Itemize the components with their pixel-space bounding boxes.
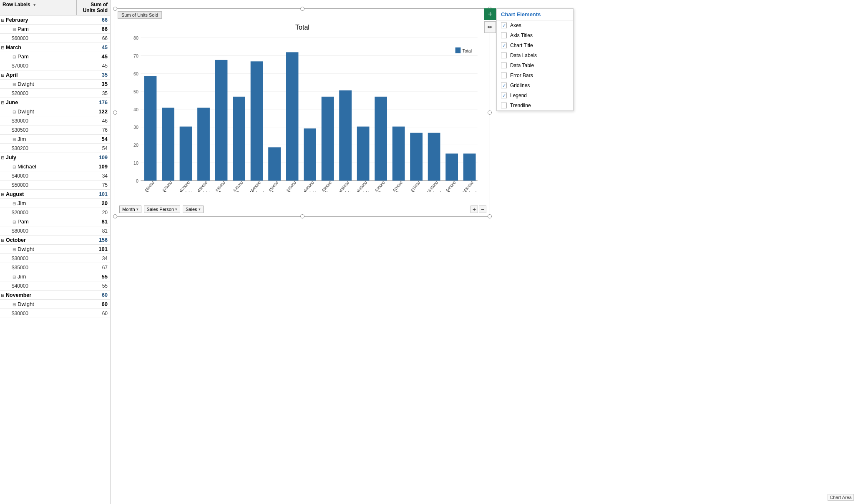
chart-element-label: Chart Title (510, 43, 533, 48)
chart-element-checkbox[interactable] (501, 43, 507, 48)
collapse-icon[interactable]: ⊟ (12, 302, 17, 307)
zoom-plus-btn[interactable]: + (471, 206, 478, 213)
chart-svg-container: 0 10 20 30 40 50 60 70 80 (118, 33, 486, 192)
pivot-row: $30000 60 (0, 309, 110, 318)
collapse-icon[interactable]: ⊟ (0, 45, 5, 50)
chart-element-item[interactable]: Trendline (497, 100, 573, 110)
chart-element-item[interactable]: Data Labels (497, 50, 573, 60)
chart-button-bar[interactable]: Sum of Units Sold (118, 11, 162, 19)
chart-element-item[interactable]: Axis Titles (497, 30, 573, 40)
pivot-value-cell: 60 (77, 310, 110, 317)
chart-wrapper: Sum of Units Sold Total (115, 8, 490, 217)
pivot-label-cell: ⊟Pam (6, 218, 77, 226)
pivot-label-cell: ⊟Pam (6, 25, 77, 33)
filter-sales[interactable]: Sales ▾ (183, 206, 204, 213)
pivot-row: $30500 76 (0, 125, 110, 135)
pivot-value-cell: 66 (77, 35, 110, 42)
chart-element-checkbox[interactable] (501, 33, 507, 38)
chart-element-item[interactable]: Legend (497, 90, 573, 100)
collapse-icon[interactable]: ⊟ (12, 137, 17, 142)
pivot-label-cell: ⊟Jim (6, 199, 77, 207)
chart-element-label: Axis Titles (510, 33, 533, 38)
bar-4 (197, 108, 210, 181)
svg-text:Total: Total (463, 48, 472, 54)
collapse-icon[interactable]: ⊟ (12, 247, 17, 252)
add-element-btn[interactable]: + (484, 8, 496, 20)
pivot-label-cell: $40000 (0, 282, 77, 290)
collapse-icon[interactable]: ⊟ (12, 110, 17, 115)
chart-element-item[interactable]: Data Table (497, 60, 573, 70)
filter-sales-arrow: ▾ (199, 207, 201, 211)
chart-element-item[interactable]: Chart Title (497, 40, 573, 50)
svg-text:Michael: Michael (463, 191, 476, 192)
svg-text:Pam: Pam (448, 191, 456, 192)
collapse-icon[interactable]: ⊟ (12, 82, 17, 87)
collapse-icon[interactable]: ⊟ (0, 238, 5, 243)
chart-area: Sum of Units Sold Total (111, 0, 858, 504)
pivot-row: ⊟Dwight 60 (0, 300, 110, 309)
pivot-row: $50000 75 (0, 181, 110, 190)
pivot-label-cell: ⊟November (0, 291, 77, 299)
pivot-table: Row Labels ▾ Sum of Units Sold ⊟February… (0, 0, 111, 504)
svg-text:Pam: Pam (412, 191, 420, 192)
pivot-row: ⊟Jim 55 (0, 272, 110, 281)
filter-salesperson[interactable]: Sales Person ▾ (144, 206, 180, 213)
pivot-label-cell: $80000 (0, 227, 77, 235)
svg-text:10: 10 (133, 160, 138, 166)
svg-text:Pam: Pam (288, 191, 297, 192)
chart-element-checkbox[interactable] (501, 23, 507, 28)
pivot-value-cell: 176 (77, 99, 110, 106)
collapse-icon[interactable]: ⊟ (0, 155, 5, 160)
collapse-icon[interactable]: ⊟ (12, 220, 17, 225)
pivot-value-cell: 109 (77, 154, 110, 161)
pivot-value-cell: 75 (77, 181, 110, 189)
pivot-label-cell: ⊟Jim (6, 273, 77, 281)
collapse-icon[interactable]: ⊟ (0, 192, 5, 197)
pivot-label-cell: ⊟March (0, 44, 77, 51)
filter-salesperson-arrow: ▾ (175, 207, 177, 211)
zoom-minus-btn[interactable]: − (479, 206, 486, 213)
chart-element-checkbox[interactable] (501, 53, 507, 58)
pivot-value-cell: 45 (77, 62, 110, 70)
pivot-label-cell: ⊟Pam (6, 53, 77, 60)
collapse-icon[interactable]: ⊟ (12, 165, 17, 170)
collapse-icon[interactable]: ⊟ (12, 201, 17, 206)
pivot-row: ⊟October 156 (0, 236, 110, 245)
collapse-icon[interactable]: ⊟ (12, 27, 17, 32)
filter-month[interactable]: Month ▾ (119, 206, 141, 213)
style-element-btn[interactable]: ✏ (484, 21, 496, 33)
bar-1 (144, 76, 157, 181)
pivot-label-cell: $20000 (0, 90, 77, 97)
collapse-icon[interactable]: ⊟ (0, 100, 5, 105)
pivot-label-cell: ⊟Dwight (6, 245, 77, 253)
chart-element-item[interactable]: Axes (497, 20, 573, 30)
chart-element-item[interactable]: Error Bars (497, 70, 573, 80)
svg-text:Michael: Michael (427, 191, 441, 192)
pivot-row: $20000 35 (0, 89, 110, 98)
pivot-value-cell: 76 (77, 126, 110, 134)
collapse-icon[interactable]: ⊟ (12, 275, 17, 280)
chart-elements-list: Axes Axis Titles Chart Title Data Labels… (497, 20, 573, 110)
pivot-value-cell: 109 (77, 163, 110, 171)
chart-element-label: Data Labels (510, 53, 537, 58)
pivot-row: ⊟Pam 81 (0, 217, 110, 226)
chart-element-item[interactable]: Gridlines (497, 80, 573, 90)
chart-element-checkbox[interactable] (501, 63, 507, 68)
pivot-row: ⊟August 101 (0, 190, 110, 199)
svg-text:20: 20 (133, 143, 138, 148)
chart-element-checkbox[interactable] (501, 103, 507, 108)
pivot-row: ⊟Jim 20 (0, 199, 110, 208)
chart-element-checkbox[interactable] (501, 73, 507, 78)
chart-element-checkbox[interactable] (501, 93, 507, 98)
chart-element-checkbox[interactable] (501, 83, 507, 88)
pivot-row: ⊟Pam 66 (0, 25, 110, 34)
collapse-icon[interactable]: ⊟ (12, 55, 17, 60)
collapse-icon[interactable]: ⊟ (0, 293, 5, 298)
svg-text:Michael: Michael (250, 191, 264, 192)
svg-text:Dwight: Dwight (197, 191, 209, 192)
collapse-icon[interactable]: ⊟ (0, 73, 5, 78)
pivot-row: $30000 34 (0, 254, 110, 263)
pivot-row: ⊟Pam 45 (0, 52, 110, 61)
collapse-icon[interactable]: ⊟ (0, 18, 5, 23)
pivot-value-cell: 45 (77, 44, 110, 51)
